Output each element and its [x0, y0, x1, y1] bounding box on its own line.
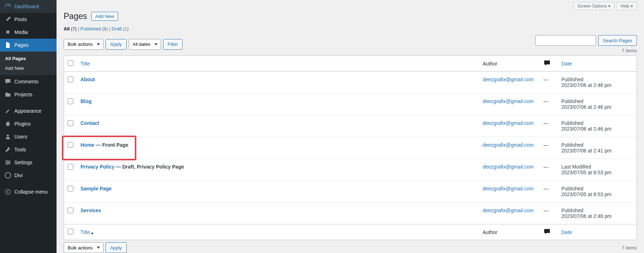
post-state: — Front Page	[94, 142, 128, 148]
table-row: Servicesdeezgrafix@gmail.com—Published20…	[64, 203, 636, 224]
projects-icon	[4, 91, 11, 98]
comments-cell: —	[540, 115, 558, 137]
row-checkbox[interactable]	[68, 186, 73, 191]
row-checkbox[interactable]	[68, 208, 73, 213]
sidebar-item-appearance[interactable]: Appearance	[0, 104, 57, 117]
date-filter-select[interactable]: All dates	[129, 39, 161, 50]
sort-asc-icon: ▲	[91, 231, 94, 235]
author-link[interactable]: deezgrafix@gmail.com	[483, 164, 534, 170]
sidebar-item-label: Plugins	[14, 121, 31, 127]
date-cell: Published2023/07/06 at 2:46 pm	[558, 93, 636, 115]
date-cell: Published2023/07/06 at 2:41 pm	[558, 137, 636, 159]
author-link[interactable]: deezgrafix@gmail.com	[483, 186, 534, 191]
col-comments-footer[interactable]	[540, 224, 558, 240]
bulk-actions-select-top[interactable]: Bulk actions	[64, 39, 103, 50]
row-title-link[interactable]: Blog	[80, 98, 92, 104]
col-date-footer[interactable]: Date	[558, 224, 636, 240]
row-title-link[interactable]: Contact	[80, 120, 99, 126]
author-link[interactable]: deezgrafix@gmail.com	[483, 208, 534, 213]
select-all-bottom[interactable]	[68, 229, 73, 234]
sidebar-item-label: Posts	[14, 16, 27, 22]
add-new-button[interactable]: Add New	[91, 12, 118, 21]
sidebar-item-collapse-menu[interactable]: Collapse menu	[0, 185, 57, 198]
sidebar-item-users[interactable]: Users	[0, 130, 57, 143]
date-cell: Published2023/07/05 at 8:53 pm	[558, 181, 636, 203]
row-checkbox[interactable]	[68, 164, 73, 170]
filter-button[interactable]: Filter	[163, 39, 183, 50]
svg-point-0	[7, 135, 9, 137]
bulk-actions-select-bottom[interactable]: Bulk actions	[64, 242, 103, 253]
col-author-header: Author	[479, 56, 540, 72]
author-link[interactable]: deezgrafix@gmail.com	[483, 120, 534, 126]
sidebar-item-dashboard[interactable]: Dashboard	[0, 0, 57, 13]
page-title: Pages	[64, 11, 87, 21]
sidebar-item-comments[interactable]: Comments	[0, 75, 57, 88]
sidebar-item-media[interactable]: Media	[0, 26, 57, 39]
col-title-header[interactable]: Title	[77, 56, 479, 72]
main-content: Screen Options▾ Help▾ Pages Add New All …	[57, 0, 644, 253]
comments-icon	[4, 78, 11, 85]
caret-down-icon: ▾	[608, 4, 610, 9]
col-comments-header[interactable]	[540, 56, 558, 72]
sidebar-item-label: Projects	[14, 92, 33, 97]
subnav-item-all-pages[interactable]: All Pages	[0, 54, 57, 63]
row-checkbox[interactable]	[68, 142, 73, 148]
plugins-icon	[4, 120, 11, 127]
sidebar-item-label: Media	[14, 29, 28, 35]
row-title-link[interactable]: Privacy Policy	[80, 164, 114, 170]
sidebar-item-settings[interactable]: Settings	[0, 156, 57, 169]
admin-sidebar: DashboardPostsMediaPagesAll PagesAdd New…	[0, 0, 57, 253]
sidebar-item-label: Appearance	[14, 108, 42, 114]
caret-down-icon: ▾	[631, 4, 633, 9]
filter-draft[interactable]: Draft	[112, 26, 122, 31]
row-checkbox[interactable]	[68, 98, 73, 104]
screen-options-button[interactable]: Screen Options▾	[574, 2, 615, 10]
sidebar-item-tools[interactable]: Tools	[0, 143, 57, 156]
divi-icon	[4, 172, 11, 179]
author-link[interactable]: deezgrafix@gmail.com	[483, 98, 534, 104]
tools-icon	[4, 146, 11, 153]
author-link[interactable]: deezgrafix@gmail.com	[483, 77, 534, 82]
pages-table: Title Author Date Aboutdeezgrafix@gmail.…	[64, 55, 637, 240]
row-title-link[interactable]: Home	[80, 142, 94, 148]
users-icon	[4, 133, 11, 140]
svg-point-6	[7, 163, 8, 165]
row-title-link[interactable]: Services	[80, 208, 101, 213]
comments-cell: —	[540, 181, 558, 203]
table-row: Privacy Policy — Draft, Privacy Policy P…	[64, 159, 636, 181]
sidebar-item-pages[interactable]: Pages	[0, 39, 57, 52]
sidebar-item-posts[interactable]: Posts	[0, 13, 57, 26]
sidebar-item-label: Comments	[14, 79, 39, 84]
status-filter-links: All (7) | Published (6) | Draft (1)	[64, 26, 637, 31]
comment-icon	[543, 228, 551, 234]
author-link[interactable]: deezgrafix@gmail.com	[483, 142, 534, 148]
collapse-icon	[4, 188, 11, 195]
search-pages-button[interactable]: Search Pages	[598, 35, 637, 46]
search-input[interactable]	[535, 35, 596, 46]
items-count-top: 7 items	[622, 48, 637, 53]
sidebar-item-projects[interactable]: Projects	[0, 88, 57, 101]
select-all-top[interactable]	[68, 60, 73, 66]
table-row: Aboutdeezgrafix@gmail.com—Published2023/…	[64, 72, 636, 93]
filter-all[interactable]: All (7)	[64, 26, 77, 31]
date-cell: Last Modified2023/07/05 at 8:53 pm	[558, 159, 636, 181]
row-checkbox[interactable]	[68, 77, 73, 82]
sidebar-item-label: Users	[14, 134, 28, 140]
svg-point-7	[5, 172, 11, 178]
apply-button-bottom[interactable]: Apply	[106, 242, 127, 253]
help-button[interactable]: Help▾	[616, 2, 637, 10]
apply-button-top[interactable]: Apply	[106, 39, 127, 50]
row-checkbox[interactable]	[68, 120, 73, 126]
pages-icon	[4, 42, 11, 49]
sidebar-item-divi[interactable]: Divi	[0, 169, 57, 182]
date-cell: Published2023/07/06 at 2:46 pm	[558, 72, 636, 93]
filter-published[interactable]: Published	[80, 26, 101, 31]
subnav-item-add-new[interactable]: Add New	[0, 63, 57, 73]
post-state: — Draft, Privacy Policy Page	[114, 164, 184, 170]
row-title-link[interactable]: About	[80, 77, 95, 82]
col-date-header[interactable]: Date	[558, 56, 636, 72]
row-title-link[interactable]: Sample Page	[80, 186, 112, 191]
sidebar-item-plugins[interactable]: Plugins	[0, 117, 57, 130]
items-count-bottom: 7 items	[622, 245, 637, 250]
col-title-footer[interactable]: Title▲	[77, 224, 479, 240]
